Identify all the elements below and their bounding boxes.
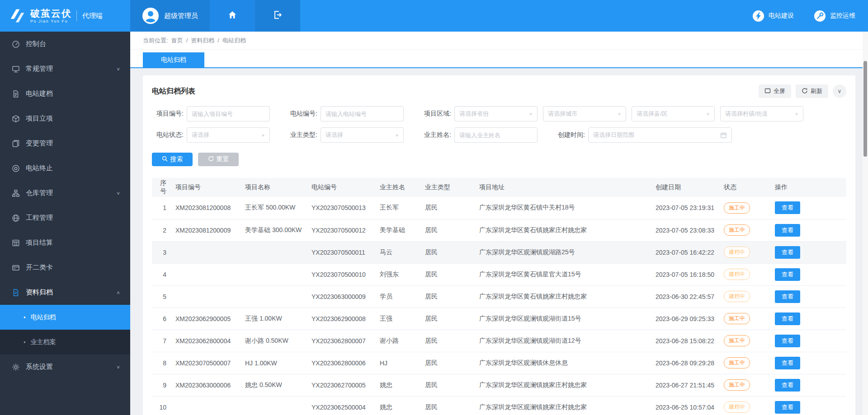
station-status-select[interactable]: 请选择 ∨: [187, 127, 270, 143]
sidebar-item-console[interactable]: 控制台: [0, 32, 130, 56]
breadcrumb-data-archive[interactable]: 资料归档: [191, 37, 214, 45]
sidebar-subitem-owner-files[interactable]: ● 业主档案: [0, 330, 130, 354]
view-button[interactable]: 查看: [775, 201, 800, 214]
cell-index: 5: [152, 285, 172, 308]
sidebar-item-project-initiation[interactable]: 项目立项: [0, 106, 130, 131]
col-address: 项目地址: [476, 178, 652, 197]
province-select[interactable]: 请选择省份 ∨: [454, 106, 538, 121]
view-button[interactable]: 查看: [775, 335, 800, 347]
sidebar-item-system-settings[interactable]: 系统设置 ∨: [0, 354, 130, 379]
brand-name: 破茧云伏: [30, 8, 72, 19]
view-button[interactable]: 查看: [775, 246, 800, 259]
view-button[interactable]: 查看: [775, 290, 800, 303]
sidebar-item-station-termination[interactable]: 电站终止: [0, 156, 130, 181]
cell-project-name: [241, 241, 308, 263]
sidebar-item-label: 系统设置: [26, 363, 53, 371]
cell-station-no: YX2023062900008: [308, 308, 376, 330]
col-owner-name: 业主姓名: [376, 178, 421, 197]
nav-monitor-ops[interactable]: 监控运维: [814, 0, 855, 32]
view-button[interactable]: 查看: [775, 379, 800, 392]
sidebar-item-change-mgmt[interactable]: 变更管理: [0, 131, 130, 156]
filter-label: 创建时间:: [553, 131, 585, 139]
view-button[interactable]: 查看: [775, 268, 800, 281]
view-button[interactable]: 查看: [775, 401, 800, 414]
sidebar-item-general-mgmt[interactable]: 常规管理 ∨: [0, 56, 130, 81]
sidebar-item-project-settlement[interactable]: 项目结算: [0, 230, 130, 255]
col-owner-type: 业主类型: [421, 178, 476, 197]
sidebar-item-station-filing[interactable]: 电站建档: [0, 81, 130, 106]
fullscreen-button[interactable]: 全屏: [759, 84, 791, 98]
scrollbar-thumb[interactable]: [863, 61, 867, 157]
sidebar-item-label: 业主档案: [31, 338, 56, 346]
breadcrumb-home[interactable]: 首页: [171, 37, 183, 45]
cell-owner-name: 马云: [376, 241, 421, 263]
cell-status: 建档中: [720, 263, 771, 285]
date-range-input[interactable]: 请选择日期范围: [588, 127, 732, 143]
cell-action: 查看: [771, 308, 846, 330]
breadcrumb-current: 电站归档: [222, 37, 246, 45]
collapse-button[interactable]: ∨: [833, 84, 846, 98]
table-row: 8 XM2023070500007 HJ 1.00KW YX2023062800…: [152, 352, 846, 374]
filter-label: 业主姓名:: [420, 131, 451, 139]
sidebar-subitem-station-archive[interactable]: ● 电站归档: [0, 305, 130, 330]
cell-index: 1: [152, 197, 172, 219]
cell-owner-type: 居民: [421, 308, 476, 330]
cell-project-no: XM2023070500007: [172, 352, 241, 374]
logout-icon: [273, 10, 283, 22]
panel-header: 电站归档列表 全屏 刷新 ∨: [152, 75, 846, 106]
cell-project-no: XM2023063000006: [172, 374, 241, 396]
cell-status: 施工中: [720, 219, 771, 241]
sidebar: 控制台 常规管理 ∨ 电站建档 项目立项 变更管理 电站终止 仓库管理 ∨: [0, 32, 130, 415]
status-badge: 建档中: [724, 401, 750, 413]
refresh-button[interactable]: 刷新: [796, 84, 828, 98]
logout-button[interactable]: [255, 0, 300, 32]
fullscreen-label: 全屏: [774, 87, 785, 95]
cell-project-name: 王长军 500.00KW: [241, 197, 308, 219]
brand-logo-icon: [8, 7, 26, 25]
owner-name-input[interactable]: [454, 127, 538, 143]
status-badge: 建档中: [724, 291, 750, 302]
cell-owner-type: 居民: [421, 330, 476, 352]
search-button[interactable]: 搜索: [152, 153, 193, 166]
view-button[interactable]: 查看: [775, 224, 800, 237]
table-row: 4 YX2023070500010 刘强东 居民 广东深圳龙华区黄石镇星官大道1…: [152, 263, 846, 285]
street-select[interactable]: 请选择村镇/街道 ∨: [720, 106, 803, 121]
archive-file-icon: [12, 289, 20, 297]
cell-action: 查看: [771, 263, 846, 285]
search-label: 搜索: [170, 155, 183, 163]
tab-station-archive[interactable]: 电站归档: [143, 52, 204, 67]
cell-address: 广东深圳龙华区黄石镇中关村18号: [476, 197, 652, 219]
card-icon: [12, 264, 20, 272]
col-project-name: 项目名称: [241, 178, 308, 197]
station-no-input[interactable]: [321, 106, 404, 121]
sidebar-item-type2-card[interactable]: 开二类卡: [0, 255, 130, 280]
view-button[interactable]: 查看: [775, 312, 800, 325]
cell-status: 施工中: [720, 352, 771, 374]
reset-button[interactable]: 重置: [198, 153, 239, 166]
sidebar-item-warehouse-mgmt[interactable]: 仓库管理 ∨: [0, 181, 130, 205]
nav-station-build[interactable]: 电站建设: [752, 0, 794, 32]
sidebar-item-engineering-mgmt[interactable]: 工程管理: [0, 205, 130, 230]
filter-created-time: 创建时间: 请选择日期范围: [553, 127, 732, 143]
cell-station-no: YX2023063000009: [308, 285, 376, 308]
cell-project-no: XM2023062900005: [172, 308, 241, 330]
cell-status: 施工中: [720, 308, 771, 330]
city-select[interactable]: 请选择城市 ∨: [543, 106, 626, 121]
archive-table: 序号 项目编号 项目名称 电站编号 业主姓名 业主类型 项目地址 创建日期 状态…: [152, 178, 846, 415]
cell-address: 广东深圳龙华区观澜镇观湖街道12号: [476, 330, 652, 352]
home-button[interactable]: [210, 0, 255, 32]
sidebar-item-data-archive[interactable]: 资料归档 ∧: [0, 280, 130, 305]
scrollbar-track[interactable]: [863, 32, 868, 415]
owner-type-select[interactable]: 请选择 ∨: [321, 127, 404, 143]
cell-project-name: 王强 1.00KW: [241, 308, 308, 330]
cell-created: 2023-07-05 23:19:31: [652, 197, 720, 219]
user-menu[interactable]: 超级管理员: [130, 0, 210, 32]
project-no-input[interactable]: [187, 106, 270, 121]
district-select[interactable]: 请选择县/区 ∨: [632, 106, 715, 121]
view-button[interactable]: 查看: [775, 357, 800, 369]
reset-icon: [208, 156, 214, 163]
cell-station-no: YX2023062500004: [308, 396, 376, 415]
cube-icon: [12, 115, 20, 123]
filter-label: 业主类型:: [286, 131, 317, 139]
cell-owner-type: 居民: [421, 352, 476, 374]
